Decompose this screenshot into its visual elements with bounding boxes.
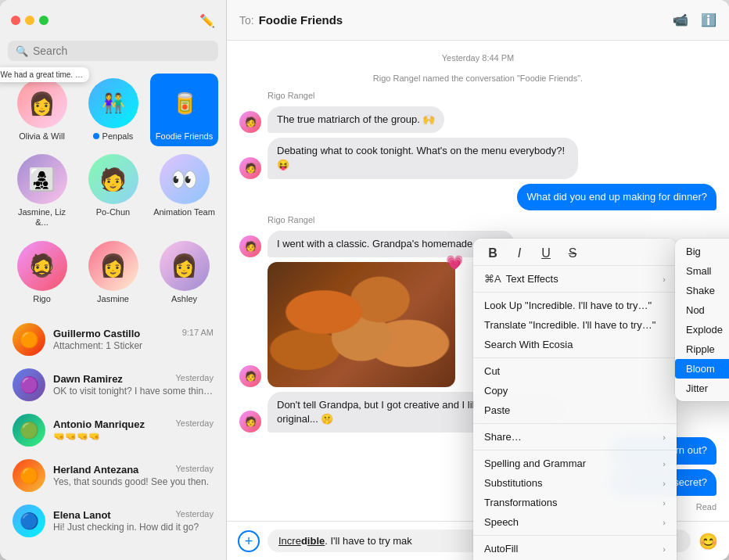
message-row: What did you end up making for dinner? [239, 184, 716, 210]
substitutions-item[interactable]: Substitutions › [473, 473, 677, 493]
message-preview: 🤜🤜🤜🤜 [53, 431, 214, 442]
contact-name: Jasmine, Liz &... [11, 207, 73, 228]
spelling-item[interactable]: Spelling and Grammar › [473, 454, 677, 473]
avatar: 🧔 [17, 241, 67, 291]
list-item-elena[interactable]: 🔵 Elena Lanot Yesterday Hi! Just checkin… [3, 498, 223, 544]
look-up-item[interactable]: Look Up "Incredible. I'll have to try…" [473, 296, 677, 315]
submenu-item-big[interactable]: Big [675, 242, 729, 261]
submenu-item-jitter[interactable]: Jitter [675, 379, 729, 398]
avatar: 👩‍👧‍👦 [17, 154, 67, 204]
spelling-label: Spelling and Grammar [484, 458, 586, 469]
contact-name: Antonio Manriquez Yesterday [53, 418, 214, 430]
contact-name: Rigo [33, 294, 51, 304]
message-bubble: Debating what to cook tonight. What's on… [268, 138, 578, 178]
paste-item[interactable]: Paste [473, 400, 677, 420]
submenu-item-ripple[interactable]: Ripple [675, 339, 729, 359]
search-ecosia-item[interactable]: Search With Ecosia [473, 335, 677, 354]
list-item-antonio[interactable]: 🟢 Antonio Manriquez Yesterday 🤜🤜🤜🤜 [3, 407, 223, 453]
chevron-right-icon: › [663, 498, 666, 508]
info-icon[interactable]: ℹ️ [701, 13, 716, 27]
submenu-item-bloom[interactable]: Bloom [675, 359, 729, 379]
message-preview: Attachment: 1 Sticker [53, 340, 214, 351]
system-message-time: Yesterday 8:44 PM [239, 53, 716, 63]
submenu-item-explode[interactable]: Explode [675, 320, 729, 339]
contact-grid-item-jasmine2[interactable]: 👩Jasmine [79, 236, 147, 309]
avatar: 🧑 [88, 154, 138, 204]
avatar: 🧑 [239, 235, 261, 257]
avatar: 🟠 [13, 323, 45, 356]
contact-grid-item-rigo[interactable]: 🧔Rigo [8, 236, 76, 309]
sidebar-titlebar: ✏️ [0, 0, 226, 41]
share-item[interactable]: Share… › [473, 427, 677, 447]
cut-item[interactable]: Cut [473, 361, 677, 381]
tooltip: We had a great time. Home with th... [0, 67, 89, 82]
list-info: Herland Antezana Yesterday Yes, that sou… [53, 464, 214, 487]
contact-name: Foodie Friends [156, 131, 213, 142]
sender-name: Rigo Rangel [268, 215, 716, 224]
submenu-item-shake[interactable]: Shake [675, 281, 729, 300]
message-time: Yesterday [175, 509, 214, 521]
transformations-label: Transformations [484, 497, 557, 508]
search-ecosia-label: Search With Ecosia [484, 339, 573, 350]
chevron-right-icon: › [663, 433, 666, 442]
contact-grid-item-olivia-will[interactable]: We had a great time. Home with th...👩Oli… [8, 74, 76, 146]
main-content: To: Foodie Friends 📹 ℹ️ Yesterday 8:44 P… [227, 0, 729, 560]
contact-grid-item-animation-team[interactable]: 👀Animation Team [150, 149, 218, 232]
video-call-icon[interactable]: 📹 [673, 13, 688, 27]
contact-grid-item-foodie-friends[interactable]: 🥫Foodie Friends [150, 74, 218, 146]
menu-section-autofill: AutoFill › Import from iPhone or iPad › … [473, 536, 677, 560]
chat-recipient: Foodie Friends [259, 13, 343, 27]
text-effects-submenu: BigSmallShakeNodExplodeRippleBloomJitter [675, 239, 729, 401]
contact-name: Olivia & Will [19, 131, 65, 142]
minimize-button[interactable] [25, 16, 34, 25]
text-effects-item[interactable]: ⌘A Text Effects › [473, 269, 677, 289]
close-button[interactable] [11, 16, 20, 25]
search-bar[interactable]: 🔍 [8, 41, 218, 61]
transformations-item[interactable]: Transformations › [473, 493, 677, 512]
list-item-guillermo[interactable]: 🟠 Guillermo Castillo 9:17 AM Attachment:… [3, 317, 223, 362]
contact-name: Herland Antezana Yesterday [53, 464, 214, 476]
avatar: 🟣 [13, 368, 45, 401]
emoji-button[interactable]: 😊 [698, 532, 718, 551]
autofill-item[interactable]: AutoFill › [473, 539, 677, 558]
compose-button[interactable]: ✏️ [199, 13, 215, 28]
italic-button[interactable]: I [511, 246, 528, 260]
contact-grid-item-penpals[interactable]: 👫Penpals [79, 74, 147, 146]
contact-grid-item-ashley[interactable]: 👩Ashley [150, 236, 218, 309]
message-image [268, 262, 455, 387]
sidebar: ✏️ 🔍 We had a great time. Home with th..… [0, 0, 227, 560]
chat-actions: 📹 ℹ️ [673, 13, 716, 27]
list-info: Antonio Manriquez Yesterday 🤜🤜🤜🤜 [53, 418, 214, 442]
add-attachment-button[interactable]: + [238, 530, 260, 552]
avatar: 👩 [160, 241, 210, 291]
bold-button[interactable]: B [484, 246, 501, 260]
contact-grid-item-pochun[interactable]: 🧑Po-Chun [79, 149, 147, 232]
list-item-herland[interactable]: 🟠 Herland Antezana Yesterday Yes, that s… [3, 453, 223, 498]
submenu-item-small[interactable]: Small [675, 261, 729, 281]
submenu-item-nod[interactable]: Nod [675, 300, 729, 320]
message-row: 🧑 The true matriarch of the group. 🙌 [239, 106, 716, 133]
share-label: Share… [484, 431, 522, 443]
underline-button[interactable]: U [537, 246, 555, 260]
avatar: 🟢 [13, 414, 45, 447]
message-time: 9:17 AM [182, 328, 214, 339]
menu-section-effects: ⌘A Text Effects › [473, 266, 677, 293]
to-label: To: [239, 14, 254, 27]
contact-name: Po-Chun [96, 207, 130, 217]
system-message-text: Rigo Rangel named the conversation "Food… [239, 74, 716, 83]
avatar: 🟠 [13, 459, 45, 492]
search-input[interactable] [33, 45, 210, 57]
chevron-right-icon: › [663, 479, 666, 488]
unread-indicator [93, 133, 99, 139]
look-up-label: Look Up "Incredible. I'll have to try…" [484, 300, 652, 311]
contact-grid-item-jasmine-liz[interactable]: 👩‍👧‍👦Jasmine, Liz &... [8, 149, 76, 232]
list-item-dawn[interactable]: 🟣 Dawn Ramirez Yesterday OK to visit ton… [3, 362, 223, 407]
translate-item[interactable]: Translate "Incredible. I'll have to try…… [473, 315, 677, 335]
maximize-button[interactable] [39, 16, 48, 25]
speech-item[interactable]: Speech › [473, 512, 677, 532]
message-preview: OK to visit tonight? I have some things … [53, 386, 214, 397]
avatar: 👀 [160, 154, 210, 204]
strikethrough-button[interactable]: S [564, 246, 581, 260]
message-time: Yesterday [175, 373, 214, 385]
copy-item[interactable]: Copy [473, 381, 677, 400]
